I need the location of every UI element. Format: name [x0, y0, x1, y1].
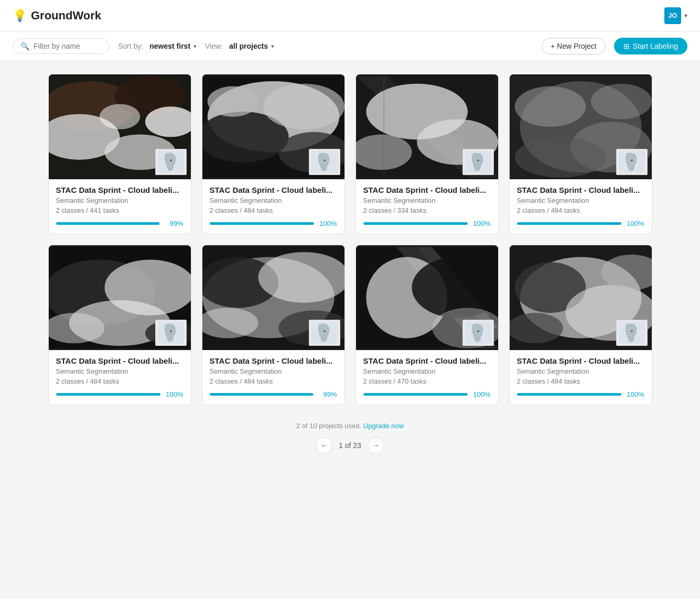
project-card[interactable]: STAC Data Sprint - Cloud labeli... Seman… — [509, 245, 652, 405]
view-chevron-icon: ▾ — [271, 43, 274, 50]
card-subtitle: Semantic Segmentation — [210, 197, 337, 204]
mini-map — [616, 149, 648, 175]
new-project-button[interactable]: + New Project — [542, 38, 606, 55]
mini-map — [462, 320, 494, 346]
card-meta: 2 classes / 484 tasks — [210, 206, 337, 214]
card-body: STAC Data Sprint - Cloud labeli... Seman… — [356, 179, 498, 234]
card-subtitle: Semantic Segmentation — [210, 367, 337, 375]
card-image-container — [49, 245, 191, 350]
card-meta: 2 classes / 334 tasks — [363, 206, 491, 214]
progress-row: 100% — [517, 220, 644, 227]
progress-bar-background — [210, 393, 314, 396]
svg-point-15 — [263, 84, 344, 129]
progress-bar-background — [517, 393, 621, 396]
project-card[interactable]: STAC Data Sprint - Cloud labeli... Seman… — [202, 245, 345, 405]
progress-bar-fill — [517, 222, 621, 225]
progress-bar-fill — [210, 222, 314, 225]
progress-bar-background — [363, 222, 468, 225]
progress-percentage: 99% — [318, 390, 337, 398]
chevron-down-icon[interactable]: ▾ — [684, 12, 687, 19]
card-subtitle: Semantic Segmentation — [363, 367, 491, 375]
svg-point-6 — [99, 104, 139, 129]
card-image-container — [202, 245, 344, 350]
header: 💡 GroundWork JO ▾ — [0, 0, 700, 31]
progress-percentage: 100% — [626, 220, 644, 227]
mini-map — [155, 149, 187, 175]
card-meta: 2 classes / 441 tasks — [56, 206, 184, 214]
progress-bar-fill — [56, 222, 159, 225]
card-subtitle: Semantic Segmentation — [517, 197, 644, 204]
svg-point-63 — [510, 313, 563, 343]
sort-label: Sort by: — [118, 42, 143, 50]
sort-chevron-icon: ▾ — [193, 43, 197, 50]
card-body: STAC Data Sprint - Cloud labeli... Seman… — [510, 179, 652, 234]
mini-map — [309, 149, 340, 175]
progress-bar-fill — [210, 393, 313, 396]
svg-point-25 — [477, 160, 479, 161]
view-label: View: — [205, 42, 223, 50]
upgrade-link[interactable]: Upgrade now — [363, 422, 404, 430]
progress-row: 100% — [517, 390, 644, 398]
svg-point-66 — [631, 331, 632, 332]
card-subtitle: Semantic Segmentation — [517, 367, 644, 375]
card-meta: 2 classes / 484 tasks — [517, 206, 644, 214]
project-card[interactable]: STAC Data Sprint - Cloud labeli... Seman… — [356, 74, 499, 234]
app-name: GroundWork — [31, 9, 101, 23]
card-meta: 2 classes / 484 tasks — [210, 377, 337, 385]
search-container[interactable]: 🔍 — [13, 38, 110, 54]
projects-grid: STAC Data Sprint - Cloud labeli... Seman… — [48, 74, 652, 405]
progress-row: 100% — [56, 390, 184, 398]
card-title: STAC Data Sprint - Cloud labeli... — [56, 356, 184, 365]
project-card[interactable]: STAC Data Sprint - Cloud labeli... Seman… — [48, 74, 191, 234]
card-title: STAC Data Sprint - Cloud labeli... — [210, 186, 337, 194]
card-title: STAC Data Sprint - Cloud labeli... — [517, 356, 644, 365]
project-card[interactable]: STAC Data Sprint - Cloud labeli... Seman… — [202, 74, 345, 234]
main-content: STAC Data Sprint - Cloud labeli... Seman… — [36, 61, 665, 475]
view-dropdown[interactable]: View: all projects ▾ — [205, 42, 274, 50]
card-image-container — [510, 245, 652, 350]
card-image-container — [202, 74, 344, 179]
user-avatar[interactable]: JO — [664, 7, 681, 24]
start-labeling-button[interactable]: ⊞ Start Labeling — [614, 38, 687, 55]
svg-point-34 — [631, 160, 632, 161]
card-title: STAC Data Sprint - Cloud labeli... — [210, 356, 337, 365]
progress-row: 100% — [210, 220, 337, 227]
card-subtitle: Semantic Segmentation — [363, 197, 491, 204]
sort-dropdown[interactable]: Sort by: newest first ▾ — [118, 42, 197, 50]
progress-row: 99% — [56, 220, 184, 227]
progress-bar-background — [56, 393, 160, 396]
logo-icon: 💡 — [13, 9, 27, 23]
toolbar: 🔍 Sort by: newest first ▾ View: all proj… — [0, 31, 700, 61]
search-input[interactable] — [34, 42, 102, 50]
projects-used-text: 2 of 10 projects used. Upgrade now — [48, 422, 652, 430]
svg-point-42 — [170, 331, 171, 332]
footer: 2 of 10 projects used. Upgrade now ← 1 o… — [48, 418, 652, 462]
pagination: ← 1 of 23 → — [48, 437, 652, 454]
progress-bar-background — [210, 222, 314, 225]
progress-bar-background — [517, 222, 621, 225]
prev-page-button[interactable]: ← — [316, 437, 332, 454]
card-body: STAC Data Sprint - Cloud labeli... Seman… — [49, 179, 191, 234]
project-card[interactable]: STAC Data Sprint - Cloud labeli... Seman… — [356, 245, 499, 405]
card-body: STAC Data Sprint - Cloud labeli... Seman… — [356, 350, 498, 405]
card-body: STAC Data Sprint - Cloud labeli... Seman… — [49, 350, 191, 405]
mini-map — [309, 320, 340, 346]
progress-bar-fill — [56, 393, 160, 396]
next-page-button[interactable]: → — [368, 437, 384, 454]
start-labeling-label: Start Labeling — [633, 42, 678, 50]
progress-percentage: 100% — [318, 220, 337, 227]
mini-map — [155, 320, 187, 346]
card-meta: 2 classes / 470 tasks — [363, 377, 491, 385]
progress-percentage: 99% — [165, 220, 184, 227]
card-meta: 2 classes / 484 tasks — [56, 377, 184, 385]
project-card[interactable]: STAC Data Sprint - Cloud labeli... Seman… — [509, 74, 652, 234]
card-title: STAC Data Sprint - Cloud labeli... — [56, 186, 184, 194]
svg-point-17 — [324, 160, 325, 161]
progress-row: 100% — [363, 220, 491, 227]
card-image-container — [49, 74, 191, 179]
progress-percentage: 100% — [626, 390, 644, 398]
progress-bar-fill — [517, 393, 621, 396]
card-title: STAC Data Sprint - Cloud labeli... — [363, 356, 491, 365]
card-title: STAC Data Sprint - Cloud labeli... — [517, 186, 644, 194]
project-card[interactable]: STAC Data Sprint - Cloud labeli... Seman… — [48, 245, 191, 405]
